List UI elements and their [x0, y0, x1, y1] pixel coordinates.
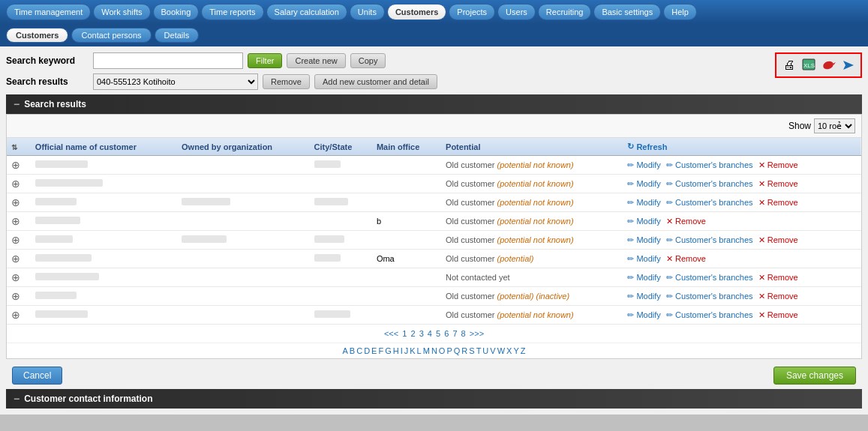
col-potential[interactable]: Potential — [441, 138, 623, 156]
alpha-X[interactable]: X — [506, 346, 512, 355]
show-rows-select[interactable]: 10 roẻ 25 50 — [814, 118, 855, 133]
row-expand-icon[interactable]: ⊕ — [11, 271, 20, 283]
arrow-blue-icon[interactable] — [839, 57, 856, 73]
filter-button[interactable]: Filter — [248, 53, 282, 68]
row-expand-icon[interactable]: ⊕ — [11, 290, 20, 302]
alpha-S[interactable]: S — [469, 346, 474, 355]
alpha-U[interactable]: U — [482, 346, 488, 355]
row-expand-icon[interactable]: ⊕ — [11, 196, 20, 208]
alpha-C[interactable]: C — [356, 346, 362, 355]
row-expand-icon[interactable]: ⊕ — [11, 159, 20, 171]
nav-btn-salary-calculation[interactable]: Salary calculation — [266, 4, 347, 20]
nav-btn-time-management[interactable]: Time management — [6, 4, 91, 20]
remove-link[interactable]: Remove — [758, 198, 798, 207]
export-icon[interactable]: XLS — [800, 57, 817, 73]
print-icon[interactable]: 🖨 — [781, 57, 797, 73]
page-prev[interactable]: <<< — [384, 329, 398, 338]
row-expand-icon[interactable]: ⊕ — [11, 309, 20, 321]
branches-link[interactable]: Customer's branches — [666, 198, 753, 207]
modify-link[interactable]: Modify — [627, 310, 660, 319]
modify-link[interactable]: Modify — [627, 217, 660, 226]
subnav-btn-customers[interactable]: Customers — [6, 28, 68, 43]
row-expand-icon[interactable]: ⊕ — [11, 178, 20, 190]
modify-link[interactable]: Modify — [627, 292, 660, 301]
alpha-F[interactable]: F — [378, 346, 383, 355]
alpha-O[interactable]: O — [439, 346, 446, 355]
alpha-Y[interactable]: Y — [513, 346, 518, 355]
remove-link[interactable]: Remove — [758, 310, 798, 319]
page-5[interactable]: 5 — [436, 329, 443, 338]
modify-link[interactable]: Modify — [627, 179, 660, 188]
branches-link[interactable]: Customer's branches — [666, 292, 753, 301]
alpha-M[interactable]: M — [423, 346, 430, 355]
col-sort[interactable]: ⇅ — [7, 138, 31, 156]
nav-btn-basic-settings[interactable]: Basic settings — [593, 4, 661, 20]
col-owned-by[interactable]: Owned by organization — [177, 138, 310, 156]
col-official-name[interactable]: Official name of customer — [31, 138, 177, 156]
nav-btn-users[interactable]: Users — [497, 4, 536, 20]
add-customer-button[interactable]: Add new customer and detail — [314, 74, 437, 89]
collapse-icon[interactable]: − — [14, 98, 20, 110]
remove-button[interactable]: Remove — [263, 74, 310, 89]
create-new-button[interactable]: Create new — [287, 53, 345, 68]
nav-btn-booking[interactable]: Booking — [153, 4, 200, 20]
nav-btn-time-reports[interactable]: Time reports — [201, 4, 263, 20]
alpha-B[interactable]: B — [350, 346, 355, 355]
alpha-P[interactable]: P — [446, 346, 452, 355]
branches-link[interactable]: Customer's branches — [666, 179, 753, 188]
cancel-button[interactable]: Cancel — [12, 367, 62, 385]
remove-link[interactable]: Remove — [666, 254, 706, 263]
alpha-K[interactable]: K — [410, 346, 415, 355]
nav-btn-projects[interactable]: Projects — [449, 4, 495, 20]
nav-btn-work-shifts[interactable]: Work shifts — [93, 4, 150, 20]
alpha-A[interactable]: A — [343, 346, 348, 355]
page-1[interactable]: 1 — [402, 329, 409, 338]
modify-link[interactable]: Modify — [627, 198, 660, 207]
alpha-J[interactable]: J — [404, 346, 409, 355]
remove-link[interactable]: Remove — [758, 179, 798, 188]
modify-link[interactable]: Modify — [627, 160, 660, 169]
modify-link[interactable]: Modify — [627, 235, 660, 244]
col-main-office[interactable]: Main office — [372, 138, 441, 156]
page-8[interactable]: 8 — [461, 329, 468, 338]
refresh-link[interactable]: ↻ Refresh — [627, 142, 857, 151]
page-next[interactable]: >>> — [470, 329, 484, 338]
modify-link[interactable]: Modify — [627, 254, 660, 263]
nav-btn-help[interactable]: Help — [663, 4, 697, 20]
alpha-I[interactable]: I — [401, 346, 403, 355]
remove-link[interactable]: Remove — [666, 217, 706, 226]
page-3[interactable]: 3 — [419, 329, 426, 338]
modify-link[interactable]: Modify — [627, 273, 660, 282]
remove-link[interactable]: Remove — [758, 273, 798, 282]
remove-link[interactable]: Remove — [758, 235, 798, 244]
bird-red-icon[interactable] — [820, 57, 836, 73]
page-6[interactable]: 6 — [444, 329, 451, 338]
branches-link[interactable]: Customer's branches — [666, 273, 753, 282]
remove-link[interactable]: Remove — [758, 160, 798, 169]
alpha-E[interactable]: E — [371, 346, 377, 355]
branches-link[interactable]: Customer's branches — [666, 235, 753, 244]
row-expand-icon[interactable]: ⊕ — [11, 253, 20, 265]
row-expand-icon[interactable]: ⊕ — [11, 234, 20, 246]
branches-link[interactable]: Customer's branches — [666, 160, 753, 169]
search-keyword-input[interactable] — [93, 52, 243, 69]
alpha-G[interactable]: G — [385, 346, 392, 355]
alpha-V[interactable]: V — [490, 346, 495, 355]
subnav-btn-details[interactable]: Details — [155, 28, 200, 43]
alpha-N[interactable]: N — [431, 346, 437, 355]
alpha-Z[interactable]: Z — [521, 346, 526, 355]
alpha-L[interactable]: L — [417, 346, 422, 355]
nav-btn-units[interactable]: Units — [350, 4, 385, 20]
alpha-Q[interactable]: Q — [454, 346, 461, 355]
alpha-W[interactable]: W — [497, 346, 505, 355]
subnav-btn-contact-persons[interactable]: Contact persons — [71, 28, 151, 43]
alpha-D[interactable]: D — [364, 346, 370, 355]
search-results-select[interactable]: 040-555123 Kotihoito — [93, 73, 258, 90]
alpha-T[interactable]: T — [476, 346, 482, 355]
nav-btn-customers[interactable]: Customers — [387, 4, 446, 20]
save-changes-button[interactable]: Save changes — [773, 367, 856, 385]
col-refresh[interactable]: ↻ Refresh — [623, 138, 861, 156]
page-4[interactable]: 4 — [428, 329, 434, 338]
branches-link[interactable]: Customer's branches — [666, 310, 753, 319]
alpha-H[interactable]: H — [393, 346, 399, 355]
